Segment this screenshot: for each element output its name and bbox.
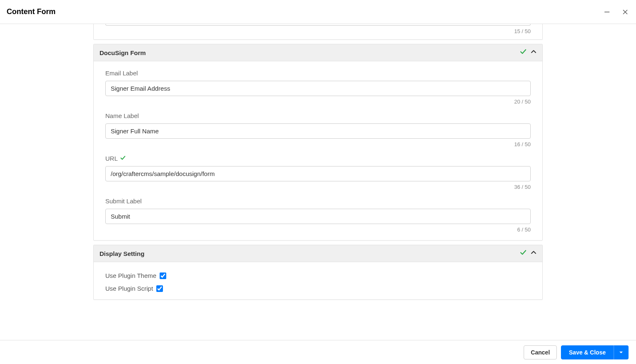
- title-bar: Content Form: [0, 0, 636, 24]
- docusign-form-panel: DocuSign Form Email Label 20: [93, 44, 543, 241]
- chevron-up-icon[interactable]: [531, 49, 536, 56]
- url-label-text: URL: [105, 155, 118, 162]
- chevron-up-icon[interactable]: [531, 250, 536, 257]
- check-icon: [120, 155, 126, 162]
- content-area[interactable]: 15 / 50 DocuSign Form: [0, 24, 636, 340]
- save-dropdown-button[interactable]: [614, 345, 629, 359]
- url-label: URL: [105, 155, 531, 162]
- docusign-form-body: Email Label 20 / 50 Name Label 16 / 50 U…: [94, 61, 542, 240]
- submit-label-field: Submit Label 6 / 50: [105, 198, 531, 233]
- partial-panel: 15 / 50: [93, 24, 543, 40]
- display-setting-body: Use Plugin Theme Use Plugin Script: [94, 262, 542, 299]
- display-setting-title: Display Setting: [100, 250, 144, 257]
- email-label-input[interactable]: [105, 81, 531, 96]
- close-icon: [622, 9, 629, 15]
- docusign-form-title: DocuSign Form: [100, 49, 146, 56]
- url-input[interactable]: [105, 166, 531, 181]
- minimize-icon: [604, 9, 610, 15]
- use-plugin-script-label: Use Plugin Script: [105, 285, 153, 292]
- footer: Cancel Save & Close: [0, 340, 636, 364]
- close-button[interactable]: [621, 8, 629, 16]
- display-setting-header[interactable]: Display Setting: [94, 245, 542, 262]
- url-field: URL 36 / 50: [105, 155, 531, 190]
- save-button-group: Save & Close: [561, 345, 629, 359]
- window-controls: [603, 8, 629, 16]
- email-label-field: Email Label 20 / 50: [105, 70, 531, 105]
- use-plugin-script-checkbox[interactable]: [156, 285, 163, 292]
- check-icon: [520, 48, 527, 57]
- use-plugin-theme-checkbox[interactable]: [160, 272, 166, 279]
- window-title: Content Form: [7, 7, 56, 16]
- submit-label-counter: 6 / 50: [105, 227, 531, 233]
- caret-down-icon: [619, 350, 623, 354]
- use-plugin-theme-label: Use Plugin Theme: [105, 272, 156, 279]
- partial-input-bottom: [105, 24, 531, 26]
- submit-label-input[interactable]: [105, 209, 531, 224]
- save-close-button[interactable]: Save & Close: [561, 345, 614, 359]
- submit-label-label: Submit Label: [105, 198, 531, 205]
- use-plugin-script-row: Use Plugin Script: [105, 285, 531, 292]
- minimize-button[interactable]: [603, 8, 611, 16]
- display-setting-panel: Display Setting Use Plugin Theme: [93, 245, 543, 300]
- email-label-label: Email Label: [105, 70, 531, 77]
- name-label-input[interactable]: [105, 123, 531, 139]
- docusign-form-header[interactable]: DocuSign Form: [94, 44, 542, 61]
- check-icon: [520, 249, 527, 258]
- name-label-field: Name Label 16 / 50: [105, 112, 531, 147]
- window: Content Form 15 / 50: [0, 0, 636, 364]
- content-inner: 15 / 50 DocuSign Form: [93, 24, 543, 321]
- name-label-label: Name Label: [105, 112, 531, 119]
- name-label-counter: 16 / 50: [105, 141, 531, 147]
- partial-counter: 15 / 50: [105, 28, 531, 34]
- cancel-button[interactable]: Cancel: [524, 345, 557, 359]
- email-label-counter: 20 / 50: [105, 99, 531, 105]
- use-plugin-theme-row: Use Plugin Theme: [105, 272, 531, 279]
- url-counter: 36 / 50: [105, 184, 531, 190]
